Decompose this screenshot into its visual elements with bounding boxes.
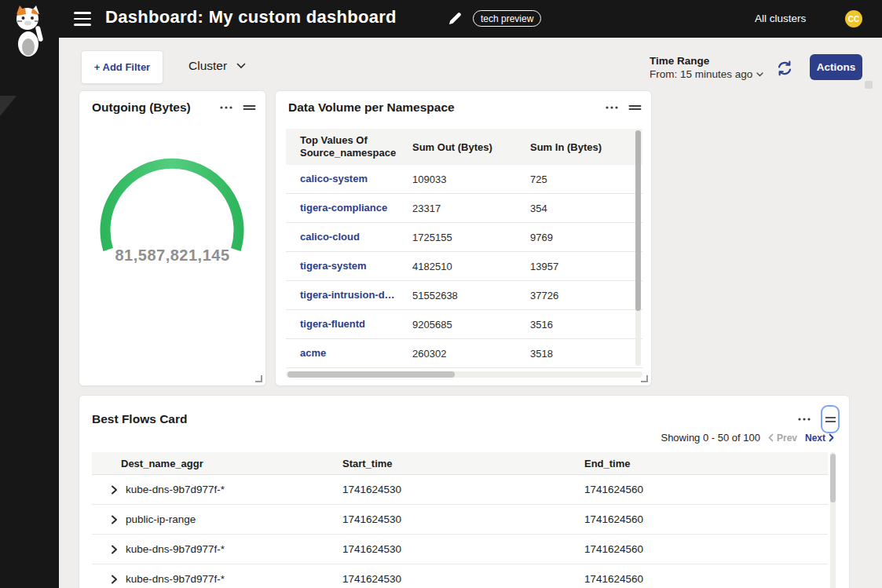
end-time: 1741624560 bbox=[584, 513, 828, 525]
table-horizontal-scrollbar[interactable] bbox=[286, 371, 642, 378]
namespace-link[interactable]: calico-system bbox=[300, 173, 368, 184]
time-range-title: Time Range bbox=[650, 55, 763, 67]
add-filter-button[interactable]: + Add Filter bbox=[81, 50, 163, 84]
table-row[interactable]: public-ip-range 1741624530 1741624560 bbox=[92, 505, 828, 535]
end-time: 1741624560 bbox=[584, 484, 828, 495]
sum-out-value: 23317 bbox=[412, 203, 530, 214]
gauge-value: 81,587,821,145 bbox=[79, 247, 265, 265]
menu-hamburger-icon[interactable] bbox=[74, 12, 91, 26]
chevron-down-icon bbox=[236, 63, 246, 69]
sum-in-value: 3516 bbox=[530, 319, 642, 331]
time-range-value: From: 15 minutes ago bbox=[650, 68, 752, 80]
sidebar bbox=[0, 0, 59, 588]
page-title: Dashboard: My custom dashboard bbox=[105, 7, 397, 27]
expand-row-chevron-icon[interactable] bbox=[109, 545, 119, 554]
sum-in-value: 9769 bbox=[530, 232, 642, 243]
flows-table: Dest_name_aggr Start_time End_time kube-… bbox=[92, 452, 828, 588]
expand-row-chevron-icon[interactable] bbox=[109, 515, 119, 524]
table-vertical-scrollbar[interactable] bbox=[830, 452, 836, 588]
sum-out-value: 51552638 bbox=[412, 290, 530, 301]
column-header: Start_time bbox=[342, 458, 584, 469]
namespace-table: Top Values Of Source_namespace Sum Out (… bbox=[286, 129, 642, 368]
chevron-left-icon bbox=[768, 433, 774, 442]
card-title: Best Flows Card bbox=[92, 412, 788, 426]
start-time: 1741624530 bbox=[342, 573, 584, 585]
card-drag-handle-focused[interactable] bbox=[821, 405, 840, 433]
namespace-link[interactable]: tigera-system bbox=[300, 260, 367, 272]
calico-cat-logo bbox=[8, 4, 49, 62]
card-resize-handle[interactable] bbox=[641, 375, 648, 382]
end-time: 1741624560 bbox=[584, 573, 828, 585]
user-avatar[interactable]: CC bbox=[845, 10, 862, 27]
edit-pencil-icon[interactable] bbox=[448, 11, 463, 29]
expand-row-chevron-icon[interactable] bbox=[109, 485, 119, 495]
table-row[interactable]: tigera-system 4182510 13957 bbox=[286, 252, 642, 281]
dest-name: kube-dns-9b7d977f-* bbox=[126, 484, 225, 495]
column-header: Top Values Of Source_namespace bbox=[286, 134, 412, 160]
time-range-block: Time Range From: 15 minutes ago bbox=[650, 55, 763, 80]
chevron-right-icon bbox=[829, 433, 834, 442]
actions-button[interactable]: Actions bbox=[810, 54, 862, 80]
refresh-button[interactable] bbox=[775, 59, 794, 78]
sum-in-value: 725 bbox=[530, 173, 642, 185]
end-time: 1741624560 bbox=[584, 543, 828, 555]
sum-in-value: 354 bbox=[530, 203, 642, 214]
namespace-link[interactable]: tigera-intrusion-d… bbox=[300, 289, 395, 301]
table-row[interactable]: calico-system 109033 725 bbox=[286, 165, 642, 194]
outgoing-bytes-card: Outgoing (Bytes) 81,587,821,145 bbox=[79, 90, 266, 386]
sidebar-fold-decoration bbox=[0, 96, 16, 116]
namespace-link[interactable]: calico-cloud bbox=[300, 231, 360, 243]
column-header: Sum Out (Bytes) bbox=[412, 141, 530, 153]
card-resize-handle[interactable] bbox=[255, 375, 262, 382]
table-header-row: Dest_name_aggr Start_time End_time bbox=[92, 452, 828, 475]
card-title: Outgoing (Bytes) bbox=[92, 100, 210, 115]
sum-out-value: 109033 bbox=[412, 173, 530, 185]
sum-in-value: 37726 bbox=[530, 290, 642, 301]
card-drag-handle-icon[interactable] bbox=[243, 103, 256, 112]
table-row[interactable]: calico-cloud 1725155 9769 bbox=[286, 223, 642, 252]
prev-page-button[interactable]: Prev bbox=[768, 433, 797, 444]
namespace-link[interactable]: tigera-compliance bbox=[300, 202, 387, 214]
card-menu-ellipsis-icon[interactable] bbox=[605, 105, 619, 110]
tech-preview-badge: tech preview bbox=[473, 10, 541, 27]
namespace-link[interactable]: tigera-fluentd bbox=[300, 318, 365, 330]
card-title: Data Volume per Namespace bbox=[288, 100, 595, 115]
namespace-link[interactable]: acme bbox=[300, 347, 326, 359]
sum-in-value: 3518 bbox=[530, 348, 642, 360]
card-menu-ellipsis-icon[interactable] bbox=[219, 105, 233, 110]
page-scrollbar-thumb[interactable] bbox=[865, 81, 873, 89]
sum-out-value: 4182510 bbox=[412, 261, 530, 272]
table-row[interactable]: tigera-fluentd 9205685 3516 bbox=[286, 310, 642, 339]
time-range-dropdown[interactable]: From: 15 minutes ago bbox=[650, 68, 763, 80]
table-row[interactable]: kube-dns-9b7d977f-* 1741624530 174162456… bbox=[92, 535, 828, 564]
cluster-filter-dropdown[interactable]: Cluster bbox=[188, 59, 246, 73]
expand-row-chevron-icon[interactable] bbox=[109, 575, 119, 584]
card-drag-handle-icon[interactable] bbox=[628, 103, 642, 112]
column-header: Sum In (Bytes) bbox=[530, 141, 642, 153]
best-flows-card: Best Flows Card Showing 0 - 50 of 100 Pr… bbox=[79, 395, 850, 588]
next-page-button[interactable]: Next bbox=[805, 433, 834, 444]
column-header: End_time bbox=[584, 458, 828, 469]
card-menu-ellipsis-icon[interactable] bbox=[797, 417, 811, 422]
table-row[interactable]: acme 260302 3518 bbox=[286, 339, 642, 368]
table-row[interactable]: tigera-compliance 23317 354 bbox=[286, 194, 642, 223]
chevron-down-icon bbox=[756, 72, 763, 77]
sum-out-value: 260302 bbox=[412, 348, 530, 360]
table-vertical-scrollbar[interactable] bbox=[635, 130, 641, 366]
table-header-row: Top Values Of Source_namespace Sum Out (… bbox=[286, 129, 642, 165]
start-time: 1741624530 bbox=[342, 513, 584, 525]
sum-out-value: 1725155 bbox=[412, 232, 530, 243]
dest-name: kube-dns-9b7d977f-* bbox=[126, 543, 225, 555]
sum-out-value: 9205685 bbox=[412, 319, 530, 331]
table-row[interactable]: kube-dns-9b7d977f-* 1741624530 174162456… bbox=[92, 475, 828, 505]
column-header: Dest_name_aggr bbox=[92, 458, 342, 469]
sum-in-value: 13957 bbox=[530, 261, 642, 272]
cluster-filter-label: Cluster bbox=[188, 59, 227, 73]
showing-count: Showing 0 - 50 of 100 bbox=[661, 432, 759, 444]
cluster-selector[interactable]: All clusters bbox=[755, 13, 806, 24]
dest-name: public-ip-range bbox=[126, 513, 196, 525]
table-row[interactable]: kube-dns-9b7d977f-* 1741624530 174162456… bbox=[92, 564, 828, 588]
dest-name: kube-dns-9b7d977f-* bbox=[126, 573, 225, 585]
start-time: 1741624530 bbox=[342, 543, 584, 555]
table-row[interactable]: tigera-intrusion-d… 51552638 37726 bbox=[286, 281, 642, 310]
